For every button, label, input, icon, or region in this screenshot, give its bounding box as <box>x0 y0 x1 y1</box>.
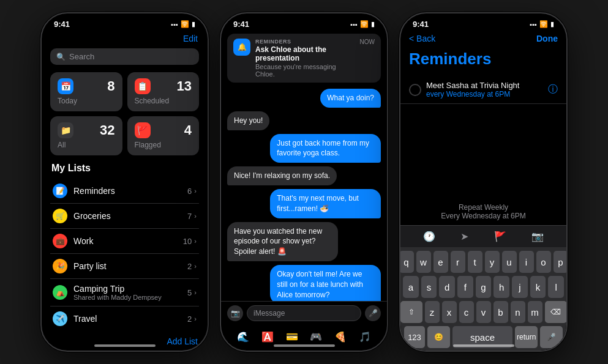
key-l[interactable]: l <box>548 276 564 298</box>
key-n[interactable]: n <box>511 301 525 323</box>
app-icon-applepay[interactable]: 💳 <box>283 327 301 346</box>
kb-row-1: q w e r t y u i o p <box>403 251 564 273</box>
bubble-6: Have you watched the new episode of our … <box>227 222 338 261</box>
message-input[interactable]: iMessage <box>247 305 361 321</box>
today-label: Today <box>58 97 115 105</box>
key-a[interactable]: a <box>403 276 419 298</box>
bubble-5: That's my next move, but first...ramen! … <box>270 189 381 218</box>
reminder-banner[interactable]: 🔔 REMINDERS Ask Chloe about the presenta… <box>227 34 381 83</box>
flagged-card[interactable]: 🚩 4 Flagged <box>127 116 200 155</box>
scheduled-label: Scheduled <box>135 97 192 105</box>
key-m[interactable]: m <box>528 301 542 323</box>
edit-button[interactable]: Edit <box>183 34 198 43</box>
key-mic[interactable]: 🎤 <box>540 326 563 348</box>
lists-container: 📝 Reminders 6 › 🛒 Groceries 7 <box>42 179 208 331</box>
scheduled-card[interactable]: 📋 13 Scheduled <box>127 72 200 111</box>
app-icon-5[interactable]: 🎵 <box>356 327 374 346</box>
key-f[interactable]: f <box>457 276 473 298</box>
list-item-groceries[interactable]: 🛒 Groceries 7 › <box>50 204 199 229</box>
toolbar-clock-icon[interactable]: 🕐 <box>423 231 435 242</box>
app-icon-1[interactable]: 🌊 <box>234 327 252 346</box>
mic-button[interactable]: 🎤 <box>365 305 381 321</box>
lists-footer: Add List <box>42 331 208 351</box>
key-y[interactable]: y <box>485 251 500 273</box>
today-icon: 📅 <box>58 78 73 94</box>
key-h[interactable]: h <box>494 276 509 298</box>
status-icons: ▪▪▪ 🛜 ▮ <box>171 20 195 28</box>
app-icon-2[interactable]: 🅰️ <box>258 327 277 346</box>
key-o[interactable]: o <box>536 251 551 273</box>
reminders-screen: 9:41 ▪▪▪ 🛜 ▮ Edit 🔍 Search � <box>42 13 208 351</box>
all-card[interactable]: 📁 32 All <box>50 116 122 155</box>
app-icon-3[interactable]: 🎮 <box>307 327 325 346</box>
done-button[interactable]: Done <box>536 34 558 43</box>
key-delete[interactable]: ⌫ <box>545 301 567 323</box>
list-item-reminders[interactable]: 📝 Reminders 6 › <box>50 179 199 204</box>
summary-cards: 📅 8 Today 📋 13 Scheduled 📁 32 <box>42 72 208 163</box>
repeat-label: Repeat Weekly Every Wednesday at 6PM <box>400 198 566 225</box>
bubble-2: Hey you! <box>227 111 269 130</box>
key-g[interactable]: g <box>476 276 492 298</box>
add-list-button[interactable]: Add List <box>167 336 198 346</box>
toolbar-flag-icon[interactable]: 🚩 <box>494 231 506 242</box>
key-j[interactable]: j <box>512 276 528 298</box>
key-s[interactable]: s <box>421 276 437 298</box>
key-123[interactable]: 123 <box>404 326 425 348</box>
back-button[interactable]: < Back <box>409 34 435 43</box>
completion-circle[interactable] <box>409 84 421 96</box>
message-5: That's my next move, but first...ramen! … <box>227 189 381 218</box>
all-label: All <box>58 141 115 149</box>
key-w[interactable]: w <box>416 251 431 273</box>
key-v[interactable]: v <box>476 301 491 323</box>
battery-icon: ▮ <box>192 20 195 28</box>
toolbar-location-icon[interactable]: ➤ <box>460 231 468 242</box>
today-card[interactable]: 📅 8 Today <box>50 72 122 111</box>
key-t[interactable]: t <box>468 251 482 273</box>
reminders-chevron-icon: › <box>194 187 197 195</box>
key-k[interactable]: k <box>530 276 546 298</box>
camping-chevron-icon: › <box>194 289 197 296</box>
banner-app-label: REMINDERS <box>255 39 355 45</box>
key-c[interactable]: c <box>459 301 474 323</box>
key-e[interactable]: e <box>433 251 448 273</box>
app-icon-4[interactable]: 🍕 <box>331 327 350 346</box>
toolbar-camera-icon[interactable]: 📷 <box>531 231 544 242</box>
detail-page-title: Reminders <box>400 48 566 76</box>
list-item-camping[interactable]: ⛺ Camping Trip Shared with Maddy Dempsey… <box>50 279 199 306</box>
detail-screen: 9:41 ▪▪▪ 🛜 ▮ < Back Done Reminders <box>400 13 566 351</box>
groceries-list-count: 7 <box>187 212 192 221</box>
notch <box>85 13 165 31</box>
info-button[interactable]: ⓘ <box>548 83 558 96</box>
key-emoji[interactable]: 😊 <box>427 326 450 348</box>
list-item-travel[interactable]: ✈️ Travel 2 › <box>50 306 199 331</box>
message-1: What ya doin? <box>227 89 381 108</box>
search-bar[interactable]: 🔍 Search <box>50 48 199 65</box>
key-return[interactable]: return <box>515 326 538 348</box>
list-item-work[interactable]: 💼 Work 10 › <box>50 229 199 254</box>
messages-screen: 9:41 ▪▪▪ 🛜 ▮ 🔔 REMINDERS Ask Chloe about… <box>221 13 387 351</box>
key-x[interactable]: x <box>442 301 457 323</box>
camera-button[interactable]: 📷 <box>227 305 243 321</box>
key-p[interactable]: p <box>554 251 567 273</box>
reminder-item-row[interactable]: Meet Sasha at Trivia Night every Wednesd… <box>400 76 566 104</box>
scheduled-icon: 📋 <box>135 78 151 94</box>
message-2: Hey you! <box>227 111 381 130</box>
key-z[interactable]: z <box>425 301 440 323</box>
key-d[interactable]: d <box>439 276 455 298</box>
key-b[interactable]: b <box>494 301 508 323</box>
battery-icon-3: ▮ <box>550 20 554 28</box>
status-time: 9:41 <box>54 20 70 29</box>
key-r[interactable]: r <box>451 251 465 273</box>
wifi-icon: 🛜 <box>181 20 189 28</box>
reminder-item-text: Meet Sasha at Trivia Night <box>426 81 519 90</box>
camping-list-count: 5 <box>187 288 192 297</box>
bubble-4: Nice! I'm relaxing on my sofa. <box>227 166 337 185</box>
key-u[interactable]: u <box>502 251 517 273</box>
signal-icon-3: ▪▪▪ <box>530 21 537 28</box>
banner-content: REMINDERS Ask Chloe about the presentati… <box>255 39 355 78</box>
key-shift[interactable]: ⇧ <box>400 301 422 323</box>
list-item-party[interactable]: 🎉 Party list 2 › <box>50 254 199 279</box>
status-time-3: 9:41 <box>413 20 429 29</box>
key-i[interactable]: i <box>519 251 534 273</box>
key-q[interactable]: q <box>400 251 414 273</box>
